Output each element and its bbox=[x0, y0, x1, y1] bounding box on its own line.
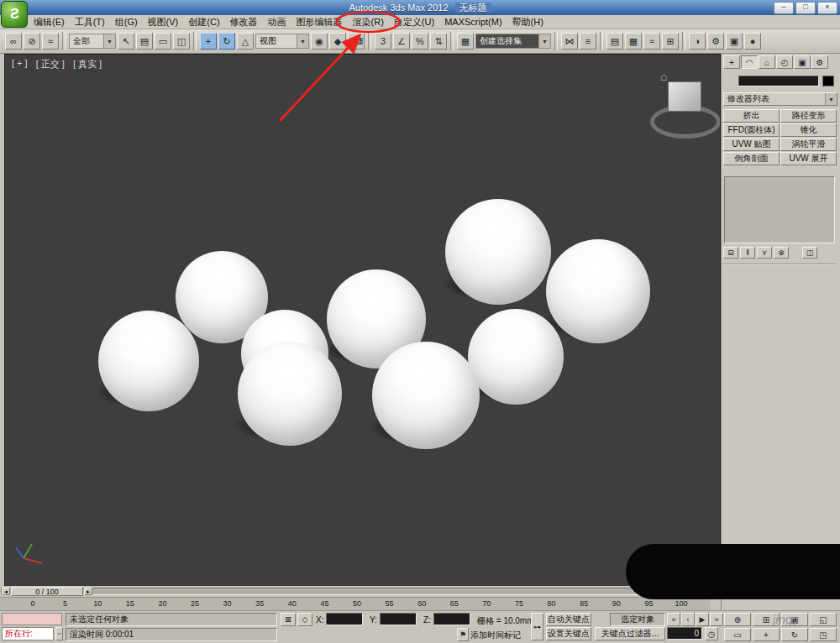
sphere-object[interactable] bbox=[98, 311, 199, 411]
z-coordinate-field[interactable] bbox=[433, 613, 470, 625]
select-and-link-icon[interactable]: ∞ bbox=[5, 33, 22, 50]
create-tab[interactable]: + bbox=[723, 55, 740, 69]
graphite-modeling-tools-icon[interactable]: ▦ bbox=[625, 33, 642, 50]
render-setup-icon[interactable]: ⚙ bbox=[707, 33, 724, 50]
menu-item-animation[interactable]: 动画 bbox=[263, 15, 291, 29]
maxscript-listener-line[interactable]: 所在行: bbox=[2, 627, 54, 640]
viewport-label-shading[interactable]: [ 真实 ] bbox=[73, 58, 102, 71]
menu-item-customize[interactable]: 自定义(U) bbox=[389, 15, 439, 29]
sphere-object[interactable] bbox=[546, 239, 650, 343]
show-end-result-icon[interactable]: ‖ bbox=[740, 247, 755, 259]
auto-key-button[interactable]: 自动关键点 bbox=[546, 613, 591, 626]
previous-frame-arrow[interactable]: ◄ bbox=[2, 588, 10, 595]
motion-tab[interactable]: ◴ bbox=[776, 55, 793, 69]
maximize-viewport-button[interactable]: ◳ bbox=[810, 628, 837, 641]
orbit-button[interactable]: ↻ bbox=[781, 628, 808, 641]
viewport-label-pov[interactable]: [ 正交 ] bbox=[36, 58, 65, 71]
hierarchy-tab[interactable]: ⌂ bbox=[759, 55, 775, 69]
modify-tab[interactable]: ◠ bbox=[741, 55, 758, 69]
object-color-swatch[interactable] bbox=[822, 76, 834, 86]
zoom-button[interactable]: ⊕ bbox=[724, 613, 751, 626]
time-tag-icon[interactable]: ⚑ bbox=[457, 628, 469, 641]
curve-editor-icon[interactable]: ≈ bbox=[643, 33, 660, 50]
layer-manager-icon[interactable]: ▤ bbox=[606, 33, 623, 50]
y-coordinate-field[interactable] bbox=[380, 613, 417, 625]
menu-item-graph-editors[interactable]: 图形编辑器 bbox=[291, 15, 348, 29]
modifier-list-dropdown[interactable]: 修改器列表 ▼ bbox=[723, 92, 837, 106]
pan-button[interactable]: + bbox=[753, 628, 780, 641]
named-selection-sets-dropdown[interactable]: 创建选择集▼ bbox=[475, 34, 551, 49]
sphere-object[interactable] bbox=[238, 342, 342, 446]
menu-item-edit[interactable]: 编辑(E) bbox=[29, 15, 70, 29]
pin-stack-icon[interactable]: ⊟ bbox=[723, 247, 738, 259]
select-and-move-icon[interactable]: + bbox=[200, 33, 217, 50]
play-animation-button[interactable]: ▶ bbox=[696, 613, 709, 626]
modifier-button[interactable]: 路径变形 bbox=[780, 109, 837, 123]
menu-item-group[interactable]: 组(G) bbox=[110, 15, 143, 29]
render-production-icon[interactable]: ● bbox=[744, 33, 761, 50]
select-and-scale-icon[interactable]: △ bbox=[237, 33, 254, 50]
window-crossing-toggle-icon[interactable]: ◫ bbox=[173, 33, 190, 50]
zoom-extents-all-button[interactable]: ◱ bbox=[810, 613, 837, 626]
edit-named-selection-sets-icon[interactable]: ▦ bbox=[457, 33, 474, 50]
maxscript-listener-macro-line[interactable] bbox=[2, 613, 62, 625]
menu-item-rendering[interactable]: 渲染(R) bbox=[348, 15, 389, 29]
time-slider-track[interactable] bbox=[1, 588, 708, 595]
mirror-icon[interactable]: ⋈ bbox=[561, 33, 578, 50]
current-frame-field[interactable]: 0 bbox=[667, 627, 702, 640]
viewcube[interactable] bbox=[668, 81, 701, 112]
select-object-icon[interactable]: ↖ bbox=[118, 33, 134, 50]
viewcube-home-icon[interactable]: ⌂ bbox=[660, 70, 667, 83]
use-pivot-point-center-icon[interactable]: ◉ bbox=[311, 33, 328, 50]
selection-filter-dropdown[interactable]: 全部▼ bbox=[69, 34, 116, 49]
select-and-manipulate-icon[interactable]: ◆ bbox=[329, 33, 346, 50]
modifier-button[interactable]: 锥化 bbox=[780, 123, 837, 137]
make-unique-icon[interactable]: ⋎ bbox=[757, 247, 772, 259]
display-tab[interactable]: ▣ bbox=[794, 55, 811, 69]
modifier-stack-list[interactable] bbox=[724, 176, 835, 243]
rectangular-selection-region-icon[interactable]: ▭ bbox=[155, 33, 171, 50]
chevron-down-icon[interactable]: ▼ bbox=[103, 34, 115, 48]
menu-item-views[interactable]: 视图(V) bbox=[143, 15, 184, 29]
previous-frame-button[interactable]: ‹ bbox=[681, 613, 695, 626]
modifier-button[interactable]: FFD(圆柱体) bbox=[723, 123, 780, 137]
menu-item-modifiers[interactable]: 修改器 bbox=[225, 15, 263, 29]
selection-lock-icon[interactable]: ⊠ bbox=[281, 613, 296, 626]
modifier-button[interactable]: UVW 展开 bbox=[780, 152, 837, 165]
perspective-viewport[interactable]: [ + ][ 正交 ][ 真实 ] ⌂ bbox=[4, 54, 721, 588]
x-coordinate-field[interactable] bbox=[326, 613, 363, 625]
next-frame-arrow[interactable]: ► bbox=[84, 588, 92, 595]
utilities-tab[interactable]: ⚙ bbox=[811, 55, 828, 69]
set-key-button[interactable]: 设置关键点 bbox=[546, 627, 591, 640]
align-icon[interactable]: ≡ bbox=[580, 33, 596, 50]
select-and-rotate-icon[interactable]: ↻ bbox=[218, 33, 235, 50]
minimize-button[interactable]: – bbox=[774, 2, 794, 14]
spinner-snap-toggle-icon[interactable]: ⇅ bbox=[430, 33, 447, 50]
set-keys-key-icon[interactable]: ⊶ bbox=[531, 613, 543, 640]
viewport-label-general[interactable]: [ + ] bbox=[12, 58, 28, 71]
go-to-end-button[interactable]: » bbox=[710, 613, 723, 626]
menu-item-tools[interactable]: 工具(T) bbox=[70, 15, 110, 29]
remove-modifier-icon[interactable]: ⊗ bbox=[774, 247, 789, 259]
chevron-down-icon[interactable]: ▼ bbox=[825, 93, 837, 105]
modifier-button[interactable]: 涡轮平滑 bbox=[780, 138, 837, 151]
absolute-offset-mode-icon[interactable]: ◇ bbox=[297, 613, 312, 626]
reference-coordinate-system-dropdown[interactable]: 视图▼ bbox=[255, 34, 309, 49]
add-time-tag[interactable]: 添加时间标记 bbox=[470, 630, 521, 641]
listener-scroll-arrow[interactable]: < bbox=[55, 627, 63, 640]
sphere-object[interactable] bbox=[468, 309, 564, 405]
maximize-button[interactable]: □ bbox=[795, 2, 816, 14]
angle-snap-toggle-icon[interactable]: ∠ bbox=[393, 33, 410, 50]
application-menu-button[interactable]: S bbox=[1, 1, 28, 28]
time-configuration-icon[interactable]: ◷ bbox=[705, 627, 718, 640]
schematic-view-icon[interactable]: ⊞ bbox=[662, 33, 679, 50]
close-button[interactable]: × bbox=[817, 2, 837, 14]
keyboard-shortcut-override-icon[interactable]: ⌨ bbox=[348, 33, 365, 50]
modifier-button[interactable]: 倒角剖面 bbox=[723, 152, 780, 165]
go-to-start-button[interactable]: « bbox=[667, 613, 680, 626]
menu-item-help[interactable]: 帮助(H) bbox=[507, 15, 549, 29]
key-filters-button[interactable]: 关键点过滤器... bbox=[595, 627, 665, 640]
select-by-name-icon[interactable]: ▤ bbox=[136, 33, 153, 50]
key-selection-combo[interactable]: 选定对象 bbox=[610, 613, 665, 626]
bind-to-space-warp-icon[interactable]: ≈ bbox=[42, 33, 59, 50]
